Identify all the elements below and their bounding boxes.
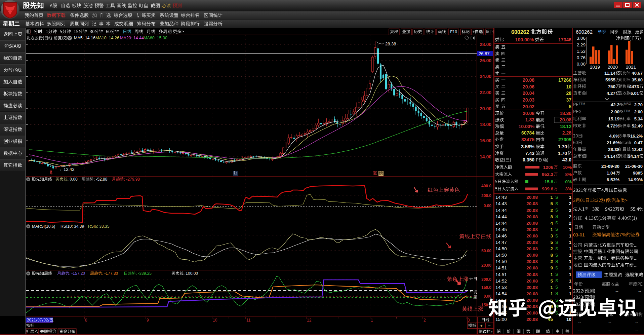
svg-text:S: S (555, 259, 558, 264)
svg-text:1: 1 (569, 272, 571, 277)
svg-text:20.08: 20.08 (526, 317, 538, 322)
svg-text:1: 1 (569, 259, 571, 264)
svg-text:26.00: 26.00 (480, 58, 491, 63)
svg-text:1: 1 (550, 227, 553, 232)
svg-text:2: 2 (569, 208, 571, 213)
svg-text:0.00: 0.00 (484, 203, 492, 208)
svg-text:0.76: 0.76 (577, 55, 586, 60)
svg-text:--: -- (635, 320, 638, 325)
svg-text:S: S (555, 266, 558, 270)
svg-text:17346: 17346 (558, 37, 571, 42)
svg-text:14:43: 14:43 (495, 195, 507, 200)
svg-text:10: 10 (213, 318, 217, 323)
svg-text:20.08: 20.08 (526, 233, 538, 238)
svg-text:14:44: 14:44 (495, 221, 507, 226)
svg-text:42.2: 42.2 (611, 102, 619, 107)
svg-text:4.72%: 4.72% (607, 123, 619, 128)
svg-text:37: 37 (566, 97, 571, 103)
svg-text:33475: 33475 (521, 137, 534, 142)
svg-text:-177.30: -177.30 (104, 271, 118, 276)
svg-text:--: -- (578, 320, 581, 325)
svg-text:-279.98: -279.98 (126, 177, 140, 182)
svg-text:3%: 3% (565, 186, 572, 191)
svg-text:S: S (555, 272, 558, 277)
svg-text:5: 5 (569, 104, 571, 109)
svg-text:952.3: 952.3 (542, 172, 553, 177)
svg-text:9805: 9805 (633, 171, 643, 176)
svg-text:400.0: 400.0 (481, 184, 491, 188)
svg-text:20.08: 20.08 (526, 291, 538, 296)
svg-text:⑤: ⑤ (585, 207, 588, 210)
svg-text:S: S (555, 253, 558, 258)
svg-text:S: S (555, 227, 558, 232)
svg-text:4: 4 (550, 221, 553, 226)
svg-text:S: S (555, 247, 558, 251)
svg-text:20.08: 20.08 (526, 285, 538, 290)
svg-text:2: 2 (550, 259, 553, 264)
svg-text:TTM: TTM (579, 102, 585, 105)
svg-text:MARSI(10,6): MARSI(10,6) (32, 224, 55, 229)
svg-text:2.00: 2.00 (611, 109, 619, 114)
svg-text:20.08: 20.08 (526, 304, 538, 309)
svg-text:F10: F10 (450, 30, 457, 34)
svg-text:-0%: -0% (564, 179, 572, 184)
svg-text:14:47: 14:47 (495, 240, 507, 245)
svg-text:14.00: 14.00 (480, 154, 491, 159)
svg-text:28: 28 (566, 90, 571, 96)
svg-text:20.08: 20.08 (526, 246, 538, 251)
svg-text:1: 1 (569, 233, 571, 238)
svg-text:16.00: 16.00 (480, 138, 491, 143)
svg-text:28.00: 28.00 (480, 42, 491, 47)
svg-text:17266: 17266 (558, 77, 571, 83)
svg-text:14:46: 14:46 (495, 233, 507, 238)
svg-text:--: -- (615, 295, 618, 300)
svg-text:8: 8 (85, 318, 87, 323)
svg-text:S: S (555, 221, 558, 225)
svg-text:20.06: 20.06 (523, 84, 534, 89)
svg-text:20.08: 20.08 (523, 111, 534, 116)
svg-text:14:43: 14:43 (495, 201, 507, 206)
svg-text:1: 1 (569, 278, 571, 284)
svg-text:11.14: 11.14 (604, 71, 616, 76)
svg-text:18.30: 18.30 (560, 111, 571, 116)
svg-text:4.6%: 4.6% (609, 134, 619, 139)
svg-text:20.08: 20.08 (526, 310, 538, 315)
svg-text:MA10: 14.26: MA10: 14.26 (95, 36, 119, 40)
svg-text:40.67: 40.67 (632, 71, 643, 76)
svg-text:12.42: 12.42 (632, 147, 643, 152)
svg-text:20.08: 20.08 (526, 227, 538, 232)
svg-text:2.00: 2.00 (634, 109, 643, 114)
svg-text:18.12: 18.12 (560, 124, 571, 129)
svg-text:2.29: 2.29 (577, 42, 586, 47)
svg-text:18.00: 18.00 (480, 122, 491, 127)
svg-text:TTM: TTM (624, 109, 630, 112)
svg-text:S: S (555, 214, 558, 219)
svg-text:5: 5 (550, 278, 553, 284)
svg-text:1.70: 1.70 (558, 144, 567, 149)
svg-text:14:50: 14:50 (495, 259, 507, 264)
svg-text:14:50: 14:50 (495, 253, 507, 258)
svg-text:S: S (555, 195, 558, 200)
svg-text:2019: 2019 (590, 65, 600, 70)
svg-text:+: + (480, 323, 483, 328)
svg-text:1: 1 (569, 195, 571, 200)
svg-text:20.08: 20.08 (526, 272, 538, 277)
svg-text:3.58%: 3.58% (521, 144, 534, 149)
svg-text:S: S (555, 208, 558, 213)
svg-text:$: $ (50, 171, 52, 175)
svg-text:600262: 600262 (511, 29, 529, 35)
svg-text:RSI10: 34.39: RSI10: 34.39 (61, 224, 84, 229)
svg-text:20.08: 20.08 (526, 195, 538, 200)
svg-text:3: 3 (468, 318, 470, 323)
svg-text:20.08: 20.08 (526, 201, 538, 206)
svg-text:1: 1 (550, 195, 553, 200)
svg-text:5.34: 5.34 (634, 116, 643, 121)
svg-text:26.87: 26.87 (479, 51, 490, 56)
svg-text:S: S (555, 240, 558, 245)
svg-text:RSI6: 33.35: RSI6: 33.35 (88, 224, 110, 229)
svg-text:20.00: 20.00 (481, 263, 491, 268)
svg-text:24.00: 24.00 (480, 74, 491, 79)
svg-text:150.0: 150.0 (481, 285, 491, 290)
svg-text:MA5: 14.16: MA5: 14.16 (74, 36, 95, 40)
svg-text:300.0: 300.0 (481, 277, 491, 282)
